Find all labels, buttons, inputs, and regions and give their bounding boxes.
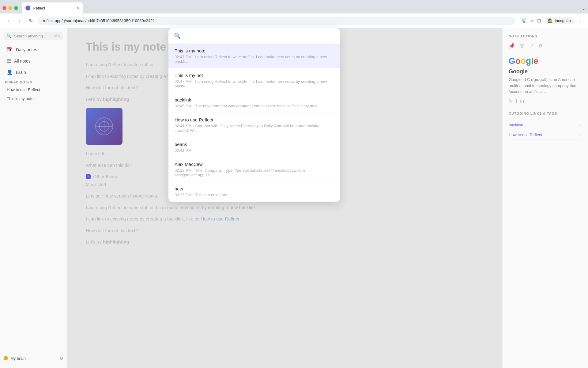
brain-dot-icon [4,356,8,360]
content-area: This is my note I am using Reflect to wr… [67,28,502,368]
browser-tab[interactable]: Reflect ✕ [22,2,83,13]
address-bar-input[interactable] [38,17,515,25]
search-result-meta-1: 02:47 PM I am using Reflect to write stu… [175,79,334,88]
social-icons: 𝕏 f in [509,98,582,104]
google-letter-g: G [509,56,515,66]
share-action-icon[interactable]: ↗ [530,43,533,49]
window-close[interactable] [2,6,6,10]
facebook-icon[interactable]: f [516,98,517,104]
pinned-notes-label: PINNED NOTES [0,78,67,85]
outgoing-link-how-to-label: How to use Reflect [509,132,542,137]
brain-icon: 👤 [7,69,13,75]
search-input-row: 🔍 [168,28,340,44]
search-result-title-2: backlink [175,97,334,102]
sidebar-item-label: All notes [14,59,31,63]
search-result-meta-6: 02:27 PM This is a new note [175,193,334,197]
all-notes-icon: ☰ [7,58,11,64]
sidebar: 🔍 Search anything... ⌘ K 📅 Daily notes ☰… [0,28,67,368]
search-result-1[interactable]: This is my not 02:47 PM I am using Refle… [168,68,340,93]
settings-action-icon[interactable]: ⚙ [538,43,543,49]
tab-search-icon[interactable]: ⊡ [537,18,541,24]
search-result-meta-2: 02:45 PM The new note that was created. … [175,104,334,108]
search-result-title-5: Alex MacCaw [175,162,334,167]
sidebar-item-label: Brain [16,70,26,75]
google-logo: Google [509,56,582,66]
cast-icon[interactable]: 📡 [521,18,527,24]
google-letter-e: e [533,56,538,66]
google-letter-g2: g [526,56,531,66]
incognito-icon: 🕵 [548,18,553,23]
search-result-preview-2: The new note that was created. I can als… [195,104,318,108]
reload-button[interactable]: ↻ [27,18,34,24]
outgoing-arrow-backlink: → [578,123,582,127]
back-button[interactable]: ‹ [5,18,12,24]
search-result-6[interactable]: new 02:27 PM This is a new note [168,182,340,202]
tab-title: Reflect [33,6,45,10]
search-result-time-4: 02:41 PM [175,148,192,153]
search-result-4[interactable]: beans 02:41 PM [168,137,340,157]
tab-favicon [25,6,30,10]
google-letter-o1: o [515,56,521,66]
pinned-item-how-to[interactable]: How to use Reflect [2,86,65,94]
outgoing-link-backlink[interactable]: backlink → [509,120,582,130]
outgoing-arrow-how-to: → [578,132,582,137]
new-tab-button[interactable]: + [85,5,89,11]
sidebar-item-daily-notes[interactable]: 📅 Daily notes [2,44,65,55]
browser-menu-button[interactable]: ⋮ [578,17,583,24]
search-result-preview-5: Title: Company: Type: #person Emails ale… [175,168,305,177]
search-result-2[interactable]: backlink 02:45 PM The new note that was … [168,93,340,113]
search-result-title-4: beans [175,142,334,147]
outgoing-link-how-to[interactable]: How to use Reflect → [509,130,582,140]
right-panel: NOTE ACTIONS 📌 🗑 ↗ ⚙ Google Google Googl… [502,28,588,368]
google-letter-o2: o [521,56,526,66]
google-letter-l: l [531,56,533,66]
search-result-time-5: 02:18 PM [175,168,192,173]
bookmark-icon[interactable]: ☆ [530,18,534,24]
outgoing-links-title: OUTGOING LINKS & TAGS [509,112,582,115]
linkedin-icon[interactable]: in [520,98,524,104]
outgoing-section: OUTGOING LINKS & TAGS backlink → How to … [509,112,582,140]
note-actions-title: NOTE ACTIONS [509,34,582,38]
search-result-title-3: How to use Reflect [175,117,334,122]
search-overlay: 🔍 This is my note 02:47 PM I am using Re… [67,28,502,368]
search-result-time-0: 02:47 PM [175,55,192,59]
window-maximize[interactable] [14,6,18,10]
google-card-desc: Google LLC (/ɡuːɡəl/) is an American mul… [509,77,582,95]
brain-name: My brain [10,356,26,361]
window-minimize[interactable] [8,6,12,10]
google-card: Google Google Google LLC (/ɡuːɡəl/) is a… [509,56,582,104]
sidebar-item-label: Daily notes [16,47,37,52]
tab-list-button[interactable]: ⌄ [582,5,586,11]
action-icons: 📌 🗑 ↗ ⚙ [509,43,582,49]
brain-indicator[interactable]: My brain ⚙ [4,356,63,361]
search-shortcut: ⌘ K [54,34,60,38]
search-result-time-1: 02:47 PM [175,79,192,84]
search-result-time-6: 02:27 PM [175,193,192,197]
search-placeholder: Search anything... [14,34,46,38]
search-result-meta-4: 02:41 PM [175,148,334,153]
search-result-preview-3: Start out with Daily Notes Every day, a … [175,124,319,133]
twitter-icon[interactable]: 𝕏 [509,98,513,104]
sidebar-item-all-notes[interactable]: ☰ All notes [2,56,65,66]
search-result-3[interactable]: How to use Reflect 02:41 PM Start out wi… [168,113,340,137]
forward-button[interactable]: › [16,18,23,24]
search-result-meta-0: 02:47 PM I am using Reflect to write stu… [175,55,334,64]
sidebar-bottom: My brain ⚙ [0,352,67,364]
search-result-title-6: new [175,186,334,191]
search-dropdown: 🔍 This is my note 02:47 PM I am using Re… [168,28,340,202]
sidebar-item-brain[interactable]: 👤 Brain [2,67,65,78]
tab-close-button[interactable]: ✕ [76,6,79,10]
search-icon: 🔍 [7,34,12,38]
sidebar-search[interactable]: 🔍 Search anything... ⌘ K [4,32,63,40]
delete-action-icon[interactable]: 🗑 [520,43,525,49]
daily-notes-icon: 📅 [7,47,13,52]
search-input[interactable] [184,33,334,39]
search-result-preview-0: I am using Reflect to write stuff in. I … [175,55,327,64]
pinned-item-this-is-my-note[interactable]: This is my note [2,94,65,103]
search-result-0[interactable]: This is my note 02:47 PM I am using Refl… [168,44,340,68]
search-result-meta-3: 02:41 PM Start out with Daily Notes Ever… [175,124,334,133]
brain-settings-icon[interactable]: ⚙ [59,356,63,361]
search-result-preview-6: This is a new note [195,193,227,197]
pin-action-icon[interactable]: 📌 [509,43,515,49]
search-result-5[interactable]: Alex MacCaw 02:18 PM Title: Company: Typ… [168,157,340,182]
